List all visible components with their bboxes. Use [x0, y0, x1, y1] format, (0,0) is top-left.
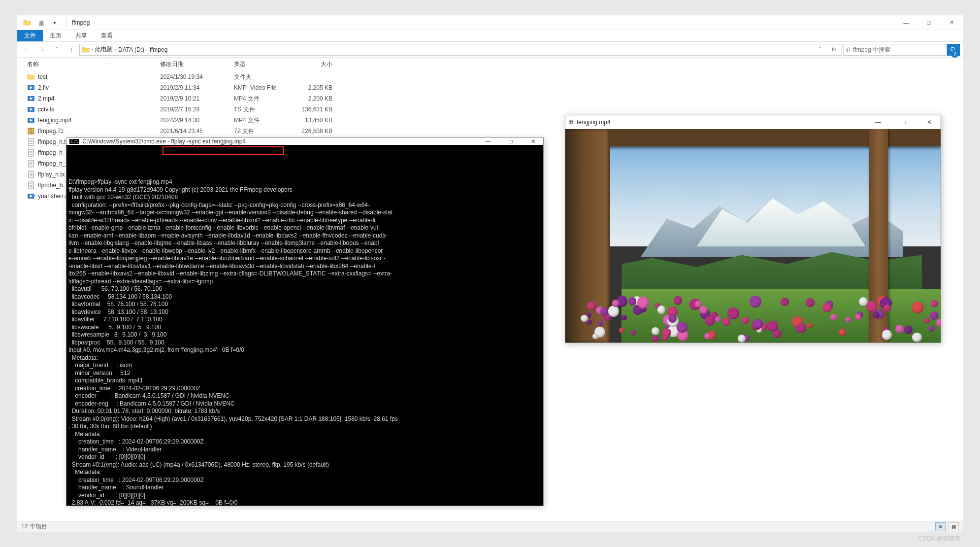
file-size: 2,200 KB: [293, 95, 342, 102]
address-dropdown[interactable]: ˅: [814, 46, 826, 53]
file-date: 2019/2/9 11:34: [160, 84, 234, 91]
cmd-output[interactable]: D:\ffmpeg>ffplay -sync ext fengjing.mp4 …: [66, 145, 543, 509]
file-row[interactable]: 2.mp42019/2/9 10:21MP4 文件2,200 KB: [17, 93, 963, 104]
chevron-right-icon[interactable]: ›: [115, 47, 116, 52]
file-type: 7Z 文件: [234, 127, 293, 136]
close-button[interactable]: ✕: [940, 15, 963, 30]
tab-home[interactable]: 主页: [43, 30, 68, 41]
status-text: 12 个项目: [21, 522, 47, 531]
file-name: ffmpeg_h_: [38, 149, 66, 156]
text-icon: [27, 160, 35, 168]
ffplay-title-text: fengjing.mp4: [577, 119, 611, 126]
file-date: 2024/1/30 19:34: [160, 73, 234, 80]
file-name: 2.flv: [38, 84, 49, 91]
address-bar[interactable]: › 此电脑 › DATA (D:) › ffmpeg ˅ ↻: [79, 44, 842, 56]
flowers: [565, 296, 941, 342]
cmd-window[interactable]: C:\ C:\Windows\System32\cmd.exe - ffplay…: [66, 137, 544, 506]
file-name: ffmpeg.7z: [38, 128, 64, 135]
chevron-right-icon[interactable]: ›: [146, 47, 148, 52]
view-icons-button[interactable]: ▦: [948, 522, 959, 531]
file-date: 2019/2/9 10:21: [160, 95, 234, 102]
column-type[interactable]: 类型: [234, 60, 293, 68]
minimize-button[interactable]: —: [895, 15, 917, 30]
qat-item[interactable]: ▥: [34, 17, 48, 28]
tab-share[interactable]: 共享: [68, 30, 94, 41]
tab-file[interactable]: 文件: [17, 30, 43, 41]
file-row[interactable]: test2024/1/30 19:34文件夹: [17, 71, 963, 82]
file-name: ffmpeg_h_D: [38, 160, 70, 167]
video-icon: [27, 192, 35, 200]
breadcrumb[interactable]: 此电脑: [95, 45, 113, 54]
file-name: test: [38, 73, 47, 80]
minimize-button[interactable]: —: [867, 119, 889, 126]
ffplay-icon: ⧉: [569, 119, 574, 126]
archive-icon: [27, 127, 35, 135]
file-size: 136,631 KB: [293, 106, 342, 113]
search-input[interactable]: [846, 46, 944, 53]
up-button[interactable]: ↑: [65, 44, 78, 56]
file-type: 文件夹: [234, 73, 293, 81]
file-type: MP4 文件: [234, 95, 293, 103]
maximize-button[interactable]: □: [501, 138, 521, 145]
refresh-button[interactable]: ↻: [828, 46, 840, 53]
text-icon: [27, 138, 35, 146]
close-button[interactable]: ✕: [523, 138, 543, 145]
breadcrumb[interactable]: ffmpeg: [150, 46, 167, 53]
back-button[interactable]: ←: [20, 44, 34, 56]
column-name[interactable]: 名称: [27, 60, 39, 68]
breadcrumb[interactable]: DATA (D:): [118, 46, 144, 53]
cmd-icon: C:\: [69, 139, 79, 144]
forward-button[interactable]: →: [35, 44, 49, 56]
file-name: ffprobe_h.: [38, 182, 65, 189]
highlight-box: [163, 146, 284, 155]
file-date: 2021/6/14 23:45: [160, 128, 234, 135]
separator: [66, 18, 67, 27]
chevron-right-icon[interactable]: ›: [92, 47, 93, 52]
file-type: MP4 文件: [234, 116, 293, 125]
minimize-button[interactable]: —: [478, 138, 498, 145]
qat-dropdown[interactable]: ▾: [48, 17, 62, 28]
maximize-button[interactable]: □: [892, 119, 915, 126]
close-button[interactable]: ✕: [918, 119, 941, 126]
ffplay-titlebar[interactable]: ⧉ fengjing.mp4 — □ ✕: [565, 115, 941, 129]
file-type: KMP -Video File: [234, 84, 293, 91]
file-name: cctv.ts: [38, 106, 54, 113]
file-date: 2024/2/9 14:30: [160, 117, 234, 124]
maximize-button[interactable]: □: [917, 15, 940, 30]
video-canvas[interactable]: [565, 129, 941, 342]
cmd-titlebar[interactable]: C:\ C:\Windows\System32\cmd.exe - ffplay…: [66, 138, 543, 145]
status-bar: 12 个项目 ≡ ▦: [17, 521, 963, 532]
column-date[interactable]: 修改日期: [160, 60, 234, 68]
file-row[interactable]: 2.flv2019/2/9 11:34KMP -Video File2,205 …: [17, 82, 963, 93]
file-name: fengjing.mp4: [38, 117, 72, 124]
column-size[interactable]: 大小: [293, 60, 342, 68]
search-box[interactable]: [843, 44, 947, 56]
folder-icon: [20, 17, 34, 28]
file-name: ffplay_h.tx: [38, 171, 65, 178]
text-icon: [27, 149, 35, 157]
text-icon: [27, 171, 35, 178]
titlebar[interactable]: ▥ ▾ ffmpeg — □ ✕: [17, 15, 963, 30]
folder-icon: [82, 46, 90, 54]
text-icon: [27, 181, 35, 189]
file-size: 2,205 KB: [293, 84, 342, 91]
sort-indicator-icon: ˄: [108, 62, 111, 67]
columns-header[interactable]: 名称 ˄ 修改日期 类型 大小: [17, 58, 963, 71]
cmd-title-text: C:\Windows\System32\cmd.exe - ffplay -sy…: [82, 138, 246, 145]
ffplay-window[interactable]: ⧉ fengjing.mp4 — □ ✕: [565, 115, 941, 343]
video-icon: [27, 105, 35, 113]
file-size: 226,508 KB: [293, 128, 342, 135]
file-name: ffmpeg_h.t: [38, 138, 65, 145]
file-row[interactable]: cctv.ts2019/2/7 15:28TS 文件136,631 KB: [17, 104, 963, 115]
watermark: CSDN @韩曙亮: [918, 535, 960, 543]
folder-icon: [27, 73, 35, 81]
ribbon-tabs: 文件 主页 共享 查看: [17, 30, 963, 42]
tab-view[interactable]: 查看: [94, 30, 120, 41]
view-details-button[interactable]: ≡: [935, 522, 946, 531]
file-size: 13,450 KB: [293, 117, 342, 124]
recent-dropdown[interactable]: ˅: [50, 44, 64, 56]
help-button[interactable]: ?: [951, 50, 959, 58]
file-name: 2.mp4: [38, 95, 54, 102]
video-icon: [27, 84, 35, 92]
file-name: yuanshen.m: [38, 193, 70, 200]
